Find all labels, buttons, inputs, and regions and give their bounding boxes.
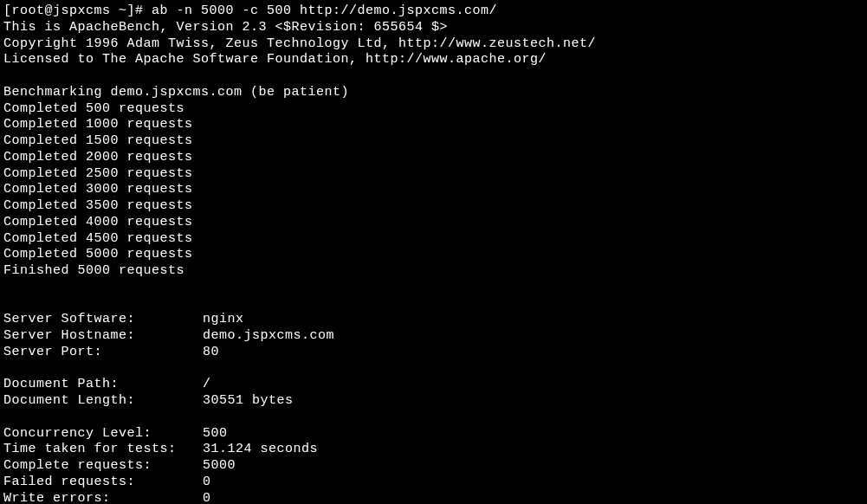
complete-requests-value: 5000 [203,458,236,475]
document-path-value: / [203,377,211,393]
server-hostname-value: demo.jspxcms.com [203,328,334,345]
failed-requests-row: Failed requests: 0 [3,475,864,491]
server-port-label: Server Port: [3,345,203,361]
blank-line [3,280,864,296]
document-length-row: Document Length: 30551 bytes [3,393,864,410]
server-port-value: 80 [203,345,219,361]
time-taken-label: Time taken for tests: [3,442,203,458]
server-hostname-label: Server Hostname: [3,328,203,345]
time-taken-row: Time taken for tests: 31.124 seconds [3,442,864,458]
complete-requests-row: Complete requests: 5000 [3,458,864,475]
ab-copyright-line: Copyright 1996 Adam Twiss, Zeus Technolo… [3,36,864,53]
progress-line: Completed 4000 requests [3,215,864,231]
progress-line: Completed 2000 requests [3,150,864,166]
progress-line: Completed 2500 requests [3,166,864,183]
progress-line: Completed 1000 requests [3,117,864,133]
server-software-value: nginx [203,312,244,328]
progress-line: Completed 500 requests [3,101,864,118]
concurrency-value: 500 [203,426,228,443]
server-software-row: Server Software: nginx [3,312,864,328]
failed-requests-value: 0 [203,475,211,491]
command-prompt: [root@jspxcms ~]# ab -n 5000 -c 500 http… [3,3,864,20]
complete-requests-label: Complete requests: [3,458,203,475]
progress-line: Completed 3000 requests [3,182,864,198]
document-length-value: 30551 bytes [203,393,294,410]
terminal-output: [root@jspxcms ~]# ab -n 5000 -c 500 http… [3,3,864,504]
blank-line [3,410,864,426]
benchmarking-line: Benchmarking demo.jspxcms.com (be patien… [3,85,864,101]
progress-line: Completed 5000 requests [3,247,864,263]
ab-license-line: Licensed to The Apache Software Foundati… [3,52,864,68]
write-errors-label: Write errors: [3,491,203,505]
blank-line [3,361,864,378]
time-taken-value: 31.124 seconds [203,442,318,458]
server-software-label: Server Software: [3,312,203,328]
failed-requests-label: Failed requests: [3,475,203,491]
document-path-row: Document Path: / [3,377,864,393]
concurrency-row: Concurrency Level: 500 [3,426,864,443]
concurrency-label: Concurrency Level: [3,426,203,443]
server-port-row: Server Port: 80 [3,345,864,361]
blank-line [3,68,864,85]
document-length-label: Document Length: [3,393,203,410]
document-path-label: Document Path: [3,377,203,393]
write-errors-value: 0 [203,491,211,505]
finished-line: Finished 5000 requests [3,263,864,280]
write-errors-row: Write errors: 0 [3,491,864,505]
progress-line: Completed 3500 requests [3,198,864,215]
progress-line: Completed 1500 requests [3,133,864,150]
server-hostname-row: Server Hostname: demo.jspxcms.com [3,328,864,345]
progress-line: Completed 4500 requests [3,231,864,248]
ab-header-line: This is ApacheBench, Version 2.3 <$Revis… [3,20,864,36]
blank-line [3,296,864,313]
